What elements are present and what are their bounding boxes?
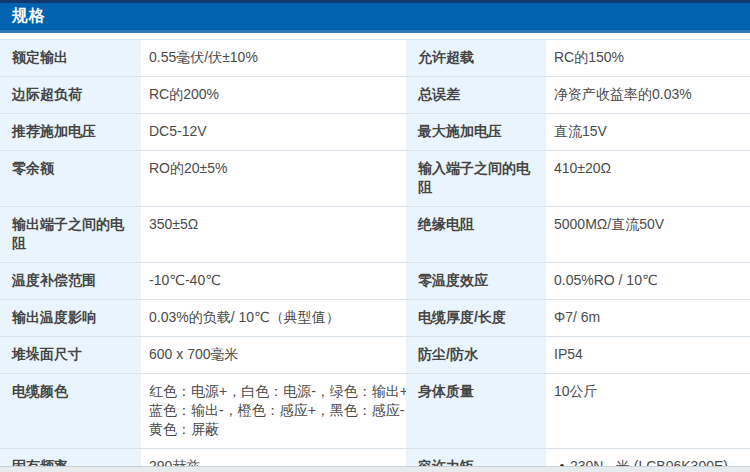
spec-label-left: 电缆颜色 — [0, 374, 141, 448]
spec-value-left: -10℃-40℃ — [141, 263, 406, 299]
page-title: 规格 — [12, 6, 46, 27]
spec-label-left: 额定输出 — [0, 40, 141, 76]
spec-value-line: RC的150% — [554, 48, 740, 67]
spec-value-line: 直流15V — [554, 122, 740, 141]
spec-value-right: IP54 — [546, 337, 750, 373]
spec-value-line: RO的20±5% — [149, 159, 396, 178]
spec-value-line: RC的200% — [149, 85, 396, 104]
spec-value-line: 600 x 700毫米 — [149, 345, 396, 364]
spec-value-right: Φ7/ 6m — [546, 300, 750, 336]
spec-value-line: 0.05%RO / 10℃ — [554, 271, 740, 290]
spec-value-left: 600 x 700毫米 — [141, 337, 406, 373]
spec-label-right: 零温度效应 — [406, 263, 546, 299]
spec-label-left: 推荐施加电压 — [0, 114, 141, 150]
spec-label-right: 输入端子之间的电阻 — [406, 151, 546, 206]
spec-value-line: 410±20Ω — [554, 159, 740, 178]
spec-value-right: 410±20Ω — [546, 151, 750, 206]
spec-label-right: 防尘/防水 — [406, 337, 546, 373]
spec-value-line: 净资产收益率的0.03% — [554, 85, 740, 104]
spec-label-right: 绝缘电阻 — [406, 207, 546, 262]
spec-table: 额定输出0.55毫伏/伏±10%允许超载RC的150%边际超负荷RC的200%总… — [0, 39, 750, 472]
spec-value-line: 蓝色：输出-，橙色：感应+，黑色：感应-， — [149, 401, 396, 420]
spec-label-left: 温度补偿范围 — [0, 263, 141, 299]
spec-value-left: DC5-12V — [141, 114, 406, 150]
spec-value-right: 直流15V — [546, 114, 750, 150]
spec-value-line: Φ7/ 6m — [554, 308, 740, 327]
spec-value-line: 黄色：屏蔽 — [149, 420, 396, 439]
spec-row: 额定输出0.55毫伏/伏±10%允许超载RC的150% — [0, 39, 750, 76]
spec-row: 推荐施加电压DC5-12V最大施加电压直流15V — [0, 113, 750, 150]
spec-label-left: 输出端子之间的电阻 — [0, 207, 141, 262]
spec-label-right: 最大施加电压 — [406, 114, 546, 150]
spec-value-line: 10公斤 — [554, 382, 740, 401]
spec-row: 输出端子之间的电阻350±5Ω绝缘电阻5000MΩ/直流50V — [0, 206, 750, 262]
spec-value-line: 5000MΩ/直流50V — [554, 215, 740, 234]
spec-page: 规格 额定输出0.55毫伏/伏±10%允许超载RC的150%边际超负荷RC的20… — [0, 0, 750, 472]
spec-value-right: 0.05%RO / 10℃ — [546, 263, 750, 299]
spec-row: 零余额RO的20±5%输入端子之间的电阻410±20Ω — [0, 150, 750, 206]
spec-value-left: 0.03%的负载/ 10℃（典型值） — [141, 300, 406, 336]
spec-value-right: RC的150% — [546, 40, 750, 76]
spec-value-left: 350±5Ω — [141, 207, 406, 262]
spec-value-right: 5000MΩ/直流50V — [546, 207, 750, 262]
spec-value-left: RC的200% — [141, 77, 406, 113]
spec-value-line: DC5-12V — [149, 122, 396, 141]
spec-label-right: 身体质量 — [406, 374, 546, 448]
spec-label-left: 输出温度影响 — [0, 300, 141, 336]
spec-label-left: 堆垛面尺寸 — [0, 337, 141, 373]
spec-value-line: 0.55毫伏/伏±10% — [149, 48, 396, 67]
spec-label-right: 电缆厚度/长度 — [406, 300, 546, 336]
spec-value-line: 0.03%的负载/ 10℃（典型值） — [149, 308, 396, 327]
spec-row: 堆垛面尺寸600 x 700毫米防尘/防水IP54 — [0, 336, 750, 373]
bottom-edge-strip — [0, 466, 750, 472]
spec-value-left: RO的20±5% — [141, 151, 406, 206]
spec-value-line: 350±5Ω — [149, 215, 396, 234]
spec-value-right: 10公斤 — [546, 374, 750, 448]
spec-value-line: 红色：电源+，白色：电源-，绿色：输出+， — [149, 382, 396, 401]
spec-label-left: 零余额 — [0, 151, 141, 206]
spec-value-line: -10℃-40℃ — [149, 271, 396, 290]
spec-row: 电缆颜色红色：电源+，白色：电源-，绿色：输出+，蓝色：输出-，橙色：感应+，黑… — [0, 373, 750, 448]
spec-label-right: 总误差 — [406, 77, 546, 113]
section-header: 规格 — [0, 3, 750, 33]
spec-row: 温度补偿范围-10℃-40℃零温度效应0.05%RO / 10℃ — [0, 262, 750, 299]
spec-value-left: 红色：电源+，白色：电源-，绿色：输出+，蓝色：输出-，橙色：感应+，黑色：感应… — [141, 374, 406, 448]
spec-label-left: 边际超负荷 — [0, 77, 141, 113]
spec-value-line: IP54 — [554, 345, 740, 364]
spec-value-right: 净资产收益率的0.03% — [546, 77, 750, 113]
spec-label-right: 允许超载 — [406, 40, 546, 76]
spec-row: 输出温度影响0.03%的负载/ 10℃（典型值）电缆厚度/长度Φ7/ 6m — [0, 299, 750, 336]
spec-row: 边际超负荷RC的200%总误差净资产收益率的0.03% — [0, 76, 750, 113]
spec-value-left: 0.55毫伏/伏±10% — [141, 40, 406, 76]
